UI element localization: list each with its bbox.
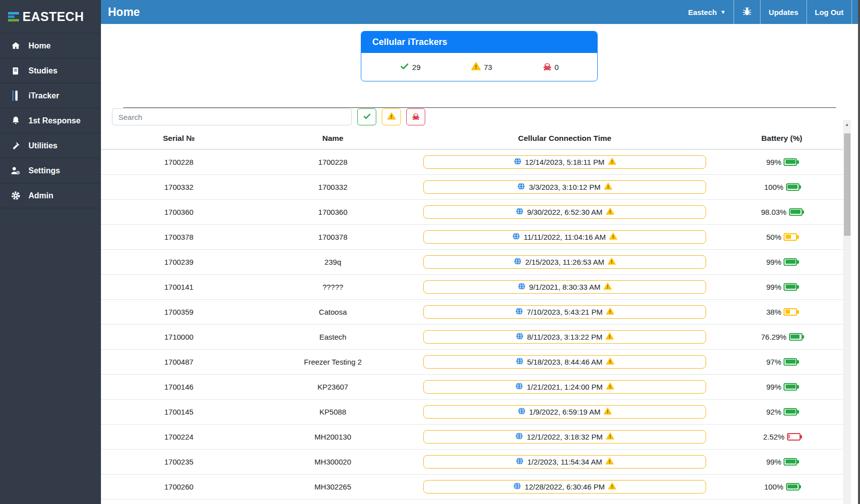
connection-cell: 12/1/2022, 3:18:32 PM — [409, 424, 721, 449]
connection-time-pill[interactable]: 3/3/2023, 3:10:12 PM — [423, 180, 706, 194]
sidebar-item-admin[interactable]: Admin — [0, 183, 101, 208]
scrollbar-thumb[interactable] — [844, 133, 851, 236]
name-cell: 239q — [257, 249, 409, 274]
battery-cell: 100% — [721, 174, 843, 199]
account-dropdown[interactable]: Eastech ▼ — [680, 0, 734, 24]
table-row[interactable]: 1700378 1700378 11/11/2022, 11:04:16 AM … — [101, 224, 843, 249]
globe-icon — [515, 382, 523, 392]
logout-label: Log Out — [815, 8, 844, 16]
table-header-row: Serial № Name Cellular Connection Time B… — [101, 127, 843, 149]
search-row: ☠ — [112, 108, 843, 125]
search-input[interactable] — [112, 108, 352, 125]
name-cell: MH302265 — [257, 474, 409, 499]
connection-time-pill[interactable]: 1/9/2022, 6:59:19 AM — [423, 405, 706, 419]
connection-time-pill[interactable]: 12/28/2022, 6:30:46 PM — [423, 480, 706, 494]
debug-button[interactable] — [734, 0, 761, 24]
battery-percent: 92% — [766, 408, 781, 416]
battery-icon — [784, 358, 797, 366]
globe-icon — [515, 432, 523, 442]
connection-time-pill[interactable]: 5/18/2023, 8:44:46 AM — [423, 355, 706, 369]
serial-cell: 1700141 — [101, 274, 257, 299]
connection-cell: 11/11/2022, 11:04:16 AM — [409, 224, 721, 249]
battery-cell: 99% — [721, 249, 843, 274]
sidebar-item-studies[interactable]: Studies — [0, 58, 101, 83]
sidebar-item-settings[interactable]: Settings — [0, 158, 101, 183]
globe-icon — [518, 407, 526, 417]
table-row[interactable]: 1700228 1700228 12/14/2023, 5:18:11 PM 9… — [101, 149, 843, 174]
name-cell: ????? — [257, 274, 409, 299]
updates-label: Updates — [769, 8, 798, 16]
connection-time-text: 5/18/2023, 8:44:46 AM — [527, 358, 603, 366]
connection-time-pill[interactable]: 2/15/2023, 11:26:53 AM — [423, 255, 706, 269]
table-row[interactable]: 1700359 Catoosa 7/10/2023, 5:43:21 PM 38… — [101, 299, 843, 324]
globe-icon — [516, 332, 524, 342]
connection-time-pill[interactable]: 11/11/2022, 11:04:16 AM — [423, 230, 706, 244]
sidebar-item-home[interactable]: Home — [0, 33, 101, 58]
globe-icon — [514, 157, 522, 167]
warning-triangle-icon — [606, 432, 614, 442]
table-row[interactable]: 1700487 Freezer Testing 2 5/18/2023, 8:4… — [101, 349, 843, 374]
table-row[interactable]: 1700146 KP23607 1/21/2021, 1:24:00 PM 99… — [101, 374, 843, 399]
table-row[interactable]: 1710000 Eastech 8/11/2023, 3:13:22 PM 76… — [101, 324, 843, 349]
updates-button[interactable]: Updates — [761, 0, 807, 24]
serial-cell: 1700378 — [101, 224, 257, 249]
battery-percent: 99% — [766, 458, 781, 466]
connection-cell: 12/14/2023, 5:18:11 PM — [409, 149, 721, 174]
sidebar-item-utilities[interactable]: Utilities — [0, 133, 101, 158]
divider — [123, 107, 836, 108]
battery-cell: 99% — [721, 449, 843, 474]
home-icon — [10, 41, 21, 50]
connection-time-text: 3/3/2023, 3:10:12 PM — [529, 183, 600, 191]
battery-cell: 50% — [721, 224, 843, 249]
connection-time-pill[interactable]: 12/1/2022, 3:18:32 PM — [423, 430, 706, 444]
filter-warning-button[interactable] — [382, 108, 401, 125]
connection-time-text: 12/14/2023, 5:18:11 PM — [525, 158, 605, 166]
battery-cell: 38% — [721, 299, 843, 324]
connection-time-pill[interactable]: 9/30/2022, 6:52:30 AM — [423, 205, 706, 219]
account-label: Eastech — [688, 8, 717, 16]
connection-time-pill[interactable]: 7/10/2023, 5:43:21 PM — [423, 305, 706, 319]
globe-icon — [516, 357, 524, 367]
table-row[interactable]: 1700239 239q 2/15/2023, 11:26:53 AM 99% — [101, 249, 843, 274]
sidebar-item-itracker[interactable]: iTracker — [0, 83, 101, 108]
table-row[interactable]: 1700235 MH300020 1/2/2023, 11:54:34 AM 9… — [101, 449, 843, 474]
filter-dead-button[interactable]: ☠ — [406, 108, 425, 125]
table-row[interactable]: 1700145 KP5088 1/9/2022, 6:59:19 AM 92% — [101, 399, 843, 424]
table-row[interactable]: 1700141 ????? 9/1/2021, 8:30:33 AM 99% — [101, 274, 843, 299]
table-row[interactable]: 1700224 MH200130 12/1/2022, 3:18:32 PM 2… — [101, 424, 843, 449]
sidebar-item-label: Settings — [28, 166, 60, 175]
warning-triangle-icon — [608, 157, 616, 167]
hammer-icon — [10, 141, 21, 150]
connection-cell: 12/28/2022, 6:30:46 PM — [409, 474, 721, 499]
name-cell: 1700228 — [257, 149, 409, 174]
name-cell: Eastech — [257, 324, 409, 349]
connection-time-pill[interactable]: 1/2/2023, 11:54:34 AM — [423, 455, 706, 469]
connection-cell: 2/15/2023, 11:26:53 AM — [409, 249, 721, 274]
connection-cell: 8/11/2023, 3:13:22 PM — [409, 324, 721, 349]
table-row[interactable]: 1700332 1700332 3/3/2023, 3:10:12 PM 100… — [101, 174, 843, 199]
filter-ok-button[interactable] — [357, 108, 376, 125]
skull-icon: ☠ — [412, 113, 419, 121]
warning-triangle-icon — [606, 332, 614, 342]
connection-time-pill[interactable]: 8/11/2023, 3:13:22 PM — [423, 330, 706, 344]
battery-percent: 99% — [766, 383, 781, 391]
connection-time-text: 8/11/2023, 3:13:22 PM — [527, 333, 603, 341]
connection-time-pill[interactable]: 12/14/2023, 5:18:11 PM — [423, 155, 706, 169]
name-cell: Freezer Testing 2 — [257, 349, 409, 374]
connection-time-pill[interactable]: 1/21/2021, 1:24:00 PM — [423, 380, 706, 394]
table-row[interactable]: 1700360 1700360 9/30/2022, 6:52:30 AM 98… — [101, 199, 843, 224]
battery-percent: 38% — [766, 308, 781, 316]
ok-stat: 29 — [400, 61, 421, 72]
sidebar-item-1st-response[interactable]: 1st Response — [0, 108, 101, 133]
connection-cell: 9/30/2022, 6:52:30 AM — [409, 199, 721, 224]
connection-time-pill[interactable]: 9/1/2021, 8:30:33 AM — [423, 280, 706, 294]
scrollbar-track[interactable]: ▲ — [843, 120, 851, 504]
window-edge — [858, 0, 860, 504]
itracker-device-icon — [10, 90, 21, 101]
check-icon — [363, 112, 371, 122]
logout-button[interactable]: Log Out — [807, 0, 852, 24]
scrollbar-up-arrow[interactable]: ▲ — [843, 122, 851, 127]
table-row[interactable]: 1700260 MH302265 12/28/2022, 6:30:46 PM … — [101, 474, 843, 499]
sidebar-item-label: Utilities — [28, 141, 57, 150]
sidebar-item-label: 1st Response — [28, 116, 80, 125]
